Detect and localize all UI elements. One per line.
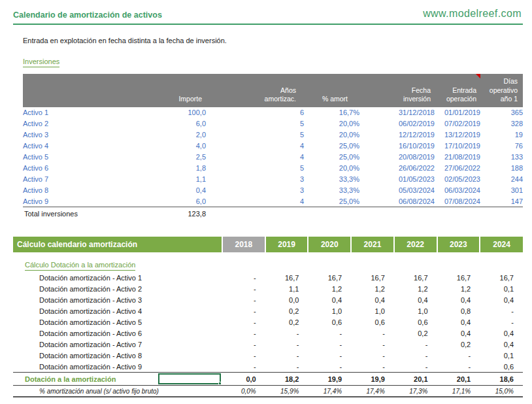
value-cell[interactable]: 1,2 — [351, 284, 394, 295]
dotacion-row-label[interactable]: Dotación amortización - Activo 9 — [13, 362, 222, 373]
value-cell[interactable]: - — [308, 328, 351, 339]
pct-value-cell[interactable]: 17,1% — [437, 386, 480, 397]
total-value-cell[interactable]: 0,0 — [222, 373, 265, 386]
value-cell[interactable]: - — [222, 306, 265, 317]
fecha-inversion-cell[interactable]: 31/12/2018 — [373, 107, 435, 118]
anos-cell[interactable]: 5 — [206, 163, 304, 174]
pct-value-cell[interactable]: 15,9% — [265, 386, 308, 397]
dias-cell[interactable]: 244 — [480, 174, 523, 185]
value-cell[interactable]: - — [351, 350, 394, 362]
value-cell[interactable]: 0,4 — [437, 295, 480, 306]
importe-cell[interactable]: 6,0 — [131, 118, 206, 129]
asset-name-cell[interactable]: Activo 9 — [23, 196, 131, 207]
value-cell[interactable]: 16,7 — [308, 273, 351, 284]
value-cell[interactable]: 0,4 — [480, 328, 523, 339]
importe-cell[interactable]: 2,0 — [131, 129, 206, 141]
dotacion-row-label[interactable]: Dotación amortización - Activo 7 — [13, 339, 222, 350]
entrada-operacion-cell[interactable]: 07/02/2019 — [435, 118, 480, 129]
anos-cell[interactable]: 5 — [206, 129, 304, 141]
dotacion-row-label[interactable]: Dotación amortización - Activo 8 — [13, 350, 222, 362]
value-cell[interactable]: 1,1 — [265, 284, 308, 295]
year-header-2022[interactable]: 2022 — [394, 237, 437, 252]
total-inversiones-value[interactable]: 123,8 — [131, 207, 206, 220]
anos-cell[interactable]: 3 — [206, 185, 304, 196]
fecha-inversion-cell[interactable]: 01/05/2023 — [373, 174, 435, 185]
value-cell[interactable]: 0,6 — [394, 317, 437, 328]
dotacion-row-label[interactable]: Dotación amortización - Activo 4 — [13, 306, 222, 317]
value-cell[interactable]: 0,0 — [265, 295, 308, 306]
value-cell[interactable]: - — [351, 328, 394, 339]
importe-cell[interactable]: 1,8 — [131, 163, 206, 174]
value-cell[interactable]: - — [351, 339, 394, 350]
value-cell[interactable]: 0,4 — [351, 295, 394, 306]
value-cell[interactable]: 0,2 — [394, 328, 437, 339]
pct-cell[interactable]: 16,7% — [304, 107, 359, 118]
value-cell[interactable]: 1,0 — [394, 306, 437, 317]
pct-cell[interactable]: 33,3% — [304, 185, 359, 196]
anos-cell[interactable]: 4 — [206, 196, 304, 207]
year-header-2020[interactable]: 2020 — [308, 237, 351, 252]
asset-name-cell[interactable]: Activo 6 — [23, 163, 131, 174]
fecha-inversion-cell[interactable]: 06/08/2024 — [373, 196, 435, 207]
value-cell[interactable]: 0,8 — [437, 306, 480, 317]
value-cell[interactable]: 16,7 — [265, 273, 308, 284]
total-value-cell[interactable]: 19,9 — [351, 373, 394, 386]
anos-cell[interactable]: 5 — [206, 118, 304, 129]
site-link[interactable]: www.modelreef.com — [423, 8, 522, 20]
pct-value-cell[interactable]: 17,3% — [394, 386, 437, 397]
dotacion-row-label[interactable]: Dotación amortización - Activo 1 — [13, 273, 222, 284]
value-cell[interactable]: 16,7 — [394, 273, 437, 284]
value-cell[interactable]: - — [222, 339, 265, 350]
pct-value-cell[interactable]: 15,0% — [480, 386, 523, 397]
fill-handle-icon[interactable] — [218, 382, 222, 385]
value-cell[interactable]: 0,1 — [480, 350, 523, 362]
pct-value-cell[interactable]: 17,4% — [351, 386, 394, 397]
anos-cell[interactable]: 4 — [206, 141, 304, 152]
entrada-operacion-cell[interactable]: 21/08/2019 — [435, 152, 480, 163]
fecha-inversion-cell[interactable]: 12/12/2019 — [373, 129, 435, 141]
fecha-inversion-cell[interactable]: 06/02/2019 — [373, 118, 435, 129]
value-cell[interactable]: - — [222, 284, 265, 295]
year-header-2019[interactable]: 2019 — [265, 237, 308, 252]
pct-cell[interactable]: 20,0% — [304, 163, 359, 174]
value-cell[interactable]: - — [308, 362, 351, 373]
dotacion-row-label[interactable]: Dotación amortización - Activo 3 — [13, 295, 222, 306]
value-cell[interactable]: 0,2 — [437, 339, 480, 350]
value-cell[interactable]: - — [222, 350, 265, 362]
dias-cell[interactable]: 328 — [480, 118, 523, 129]
dotacion-total-label-cell[interactable]: Dotación a la amortización — [13, 373, 222, 386]
dias-cell[interactable]: 133 — [480, 152, 523, 163]
year-header-2021[interactable]: 2021 — [351, 237, 394, 252]
dias-cell[interactable]: 19 — [480, 129, 523, 141]
fecha-inversion-cell[interactable]: 05/03/2024 — [373, 185, 435, 196]
dotacion-row-label[interactable]: Dotación amortización - Activo 5 — [13, 317, 222, 328]
value-cell[interactable]: - — [394, 350, 437, 362]
value-cell[interactable]: - — [394, 339, 437, 350]
value-cell[interactable]: - — [437, 362, 480, 373]
fecha-inversion-cell[interactable]: 26/06/2022 — [373, 163, 435, 174]
value-cell[interactable]: 0,4 — [308, 295, 351, 306]
entrada-operacion-cell[interactable]: 17/10/2019 — [435, 141, 480, 152]
anos-cell[interactable]: 4 — [206, 152, 304, 163]
year-header-2018[interactable]: 2018 — [222, 237, 265, 252]
value-cell[interactable]: 1,2 — [308, 284, 351, 295]
asset-name-cell[interactable]: Activo 2 — [23, 118, 131, 129]
total-value-cell[interactable]: 18,6 — [480, 373, 523, 386]
value-cell[interactable]: - — [265, 339, 308, 350]
value-cell[interactable]: 0,6 — [308, 317, 351, 328]
total-value-cell[interactable]: 20,1 — [394, 373, 437, 386]
value-cell[interactable]: - — [265, 350, 308, 362]
pct-cell[interactable]: 25,0% — [304, 141, 359, 152]
entrada-operacion-cell[interactable]: 01/01/2019 — [435, 107, 480, 118]
importe-cell[interactable]: 2,5 — [131, 152, 206, 163]
pct-value-cell[interactable]: 17,4% — [308, 386, 351, 397]
asset-name-cell[interactable]: Activo 8 — [23, 185, 131, 196]
pct-row-label[interactable]: % amortización anual (s/ activo fijo bru… — [13, 386, 222, 397]
total-value-cell[interactable]: 19,9 — [308, 373, 351, 386]
dias-cell[interactable]: 188 — [480, 163, 523, 174]
fecha-inversion-cell[interactable]: 16/10/2019 — [373, 141, 435, 152]
value-cell[interactable]: 0,6 — [351, 317, 394, 328]
entrada-operacion-cell[interactable]: 27/06/2022 — [435, 163, 480, 174]
pct-cell[interactable]: 20,0% — [304, 129, 359, 141]
value-cell[interactable]: - — [394, 362, 437, 373]
